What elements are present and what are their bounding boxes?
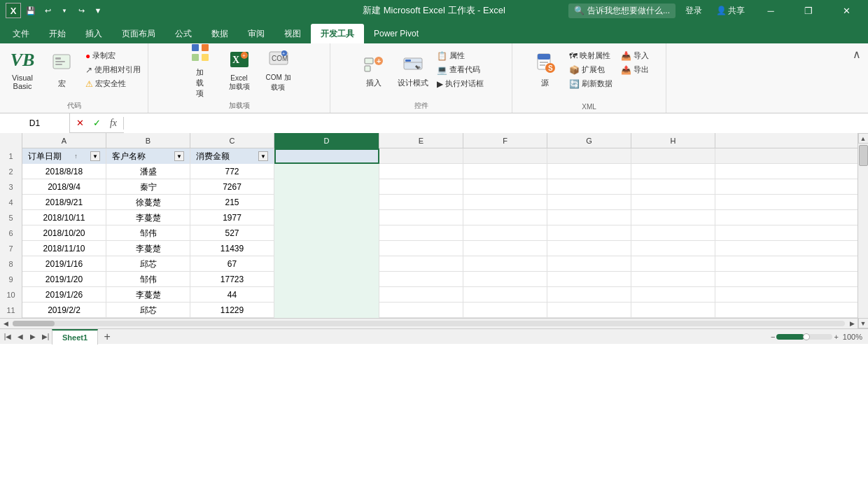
scroll-right-btn[interactable]: ▶ — [848, 319, 856, 328]
expand-pack-button[interactable]: 📦 扩展包 — [566, 63, 615, 76]
ribbon-collapse-button[interactable]: ∧ — [848, 46, 865, 62]
close-button[interactable]: ✕ — [830, 0, 862, 21]
col-header-E[interactable]: E — [379, 133, 463, 148]
minimize-button[interactable]: ─ — [755, 0, 787, 21]
cell-C2[interactable]: 772 — [190, 164, 274, 179]
sheet-nav-next[interactable]: ▶ — [27, 331, 39, 343]
cell-G2[interactable] — [547, 164, 631, 179]
cell-F8[interactable] — [463, 256, 547, 272]
col-header-A[interactable]: A — [22, 133, 106, 148]
row-num-10[interactable]: 10 — [0, 287, 22, 303]
cell-B5[interactable]: 李蔓楚 — [106, 210, 190, 225]
filter-btn-C[interactable]: ▼ — [258, 151, 268, 161]
formula-fx-icon[interactable]: fx — [106, 118, 120, 129]
row-num-6[interactable]: 6 — [0, 225, 22, 241]
cell-H1[interactable] — [631, 148, 715, 164]
cell-G9[interactable] — [547, 272, 631, 287]
cell-B7[interactable]: 李蔓楚 — [106, 241, 190, 256]
map-properties-button[interactable]: 🗺 映射属性 — [566, 49, 615, 62]
cell-D1[interactable] — [274, 148, 379, 164]
tell-me-box[interactable]: 🔍 告诉我您想要做什么... — [568, 4, 676, 18]
tab-home[interactable]: 开始 — [39, 24, 76, 43]
sheet-tab-1[interactable]: Sheet1 — [52, 329, 98, 345]
relative-ref-button[interactable]: ↗ 使用相对引用 — [83, 63, 144, 76]
cell-C6[interactable]: 527 — [190, 225, 274, 241]
tab-data[interactable]: 数据 — [202, 24, 238, 43]
tab-developer[interactable]: 开发工具 — [311, 24, 364, 43]
cell-D11[interactable] — [274, 303, 379, 318]
cell-C9[interactable]: 17723 — [190, 272, 274, 287]
sheet-nav-first[interactable]: |◀ — [1, 331, 14, 343]
tab-page-layout[interactable]: 页面布局 — [112, 24, 165, 43]
cell-B1[interactable]: 客户名称 ▼ — [106, 148, 190, 164]
cell-A9[interactable]: 2019/1/20 — [22, 272, 106, 287]
scroll-thumb-v[interactable] — [859, 145, 868, 166]
cell-D3[interactable] — [274, 179, 379, 195]
cell-C3[interactable]: 7267 — [190, 179, 274, 195]
tab-formula[interactable]: 公式 — [165, 24, 202, 43]
cell-B8[interactable]: 邱芯 — [106, 256, 190, 272]
cell-G4[interactable] — [547, 195, 631, 210]
source-button[interactable]: S 源 — [527, 46, 564, 94]
sheet-nav-prev[interactable]: ◀ — [14, 331, 27, 343]
cell-D4[interactable] — [274, 195, 379, 210]
import-button[interactable]: 📥 导入 — [618, 49, 652, 62]
cell-H5[interactable] — [631, 210, 715, 225]
scroll-down-btn[interactable]: ▼ — [858, 318, 869, 328]
row-num-5[interactable]: 5 — [0, 210, 22, 225]
filter-btn-A[interactable]: ▼ — [90, 151, 100, 161]
cell-C10[interactable]: 44 — [190, 287, 274, 303]
cell-C4[interactable]: 215 — [190, 195, 274, 210]
share-button[interactable]: 👤 共享 — [712, 4, 749, 18]
cell-A1[interactable]: 订单日期 ↑ ▼ — [22, 148, 106, 164]
properties-button[interactable]: 📋 属性 — [434, 49, 486, 62]
cell-E10[interactable] — [379, 287, 463, 303]
cell-A5[interactable]: 2018/10/11 — [22, 210, 106, 225]
cell-H9[interactable] — [631, 272, 715, 287]
zoom-in-btn[interactable]: + — [834, 333, 838, 341]
cell-F7[interactable] — [463, 241, 547, 256]
cell-E11[interactable] — [379, 303, 463, 318]
cell-F9[interactable] — [463, 272, 547, 287]
cell-A4[interactable]: 2018/9/21 — [22, 195, 106, 210]
vertical-scrollbar[interactable]: ▲ ▼ — [858, 133, 868, 328]
col-header-G[interactable]: G — [547, 133, 631, 148]
cell-D8[interactable] — [274, 256, 379, 272]
formula-cancel-icon[interactable]: ✕ — [73, 118, 87, 128]
cell-H7[interactable] — [631, 241, 715, 256]
scroll-track-v[interactable] — [859, 144, 868, 318]
cell-C1[interactable]: 消费金额 ▼ — [190, 148, 274, 164]
scroll-thumb-h[interactable] — [13, 321, 55, 326]
record-macro-button[interactable]: ● 录制宏 — [83, 49, 144, 62]
cell-F6[interactable] — [463, 225, 547, 241]
cell-C11[interactable]: 11229 — [190, 303, 274, 318]
excel-addins-button[interactable]: X + Excel加载项 — [221, 46, 258, 94]
cell-G7[interactable] — [547, 241, 631, 256]
zoom-handle[interactable] — [803, 333, 810, 340]
scroll-up-btn[interactable]: ▲ — [858, 133, 869, 144]
row-num-1[interactable]: 1 — [0, 148, 22, 164]
cell-E8[interactable] — [379, 256, 463, 272]
cell-G10[interactable] — [547, 287, 631, 303]
cell-A8[interactable]: 2019/1/16 — [22, 256, 106, 272]
cell-G6[interactable] — [547, 225, 631, 241]
cell-E2[interactable] — [379, 164, 463, 179]
col-header-C[interactable]: C — [190, 133, 274, 148]
visual-basic-button[interactable]: VB Visual Basic — [4, 46, 41, 94]
cell-F3[interactable] — [463, 179, 547, 195]
cell-B10[interactable]: 李蔓楚 — [106, 287, 190, 303]
cell-H6[interactable] — [631, 225, 715, 241]
cell-E6[interactable] — [379, 225, 463, 241]
undo-button[interactable]: ↩ — [41, 4, 55, 18]
export-button[interactable]: 📤 导出 — [618, 63, 652, 76]
cell-B2[interactable]: 潘盛 — [106, 164, 190, 179]
cell-A7[interactable]: 2018/11/10 — [22, 241, 106, 256]
tab-power-pivot[interactable]: Power Pivot — [364, 24, 428, 43]
zoom-slider[interactable] — [776, 334, 832, 340]
filter-btn-B[interactable]: ▼ — [174, 151, 184, 161]
col-header-B[interactable]: B — [106, 133, 190, 148]
cell-E9[interactable] — [379, 272, 463, 287]
tab-insert[interactable]: 插入 — [76, 24, 112, 43]
com-addins-button[interactable]: COM + COM 加载项 — [260, 46, 297, 94]
run-dialog-button[interactable]: ▶ 执行对话框 — [434, 77, 486, 90]
